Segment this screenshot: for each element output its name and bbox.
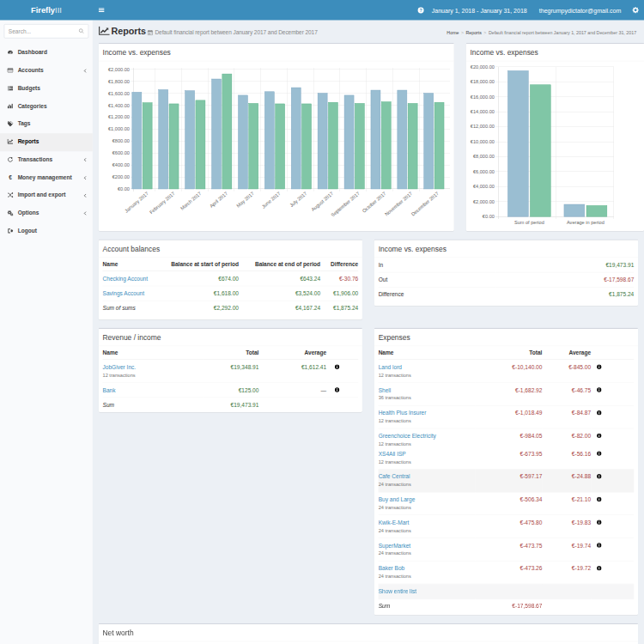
svg-text:€: € — [9, 174, 12, 180]
svg-text:€1,600.00: €1,600.00 — [108, 91, 130, 96]
svg-text:April 2017: April 2017 — [209, 191, 228, 209]
svg-text:€1,200.00: €1,200.00 — [108, 114, 130, 119]
svg-text:€1,800.00: €1,800.00 — [108, 79, 130, 84]
svg-text:?: ? — [419, 8, 422, 13]
svg-text:€0.00: €0.00 — [483, 214, 495, 219]
svg-text:August 2017: August 2017 — [310, 191, 334, 212]
svg-text:December 2017: December 2017 — [410, 191, 440, 216]
svg-text:June 2017: June 2017 — [261, 191, 282, 209]
svg-text:March 2017: March 2017 — [179, 191, 203, 211]
svg-text:€800.00: €800.00 — [112, 138, 130, 143]
svg-text:May 2017: May 2017 — [235, 191, 255, 208]
svg-text:€6,000.00: €6,000.00 — [473, 169, 495, 174]
svg-text:Average in period: Average in period — [567, 220, 605, 225]
svg-text:€8,000.00: €8,000.00 — [473, 154, 495, 159]
svg-text:€14,000.00: €14,000.00 — [471, 109, 495, 114]
svg-text:€16,000.00: €16,000.00 — [471, 94, 495, 100]
svg-text:€12,000.00: €12,000.00 — [471, 124, 495, 129]
svg-text:€0.00: €0.00 — [118, 186, 130, 191]
svg-text:€600.00: €600.00 — [112, 150, 130, 155]
svg-text:July 2017: July 2017 — [289, 191, 307, 208]
svg-text:€1,000.00: €1,000.00 — [108, 126, 130, 131]
svg-text:Sum of period: Sum of period — [514, 220, 544, 225]
svg-text:€200.00: €200.00 — [112, 174, 130, 179]
svg-text:€18,000.00: €18,000.00 — [471, 79, 495, 84]
svg-text:€400.00: €400.00 — [112, 162, 130, 167]
svg-text:January 2017: January 2017 — [124, 191, 149, 213]
svg-text:€20,000.00: €20,000.00 — [471, 65, 495, 70]
svg-text:€2,000.00: €2,000.00 — [473, 199, 495, 204]
svg-text:€10,000.00: €10,000.00 — [471, 139, 495, 144]
svg-text:September 2017: September 2017 — [330, 191, 361, 217]
svg-text:€2,000.00: €2,000.00 — [108, 67, 130, 72]
svg-text:February 2017: February 2017 — [149, 191, 176, 215]
svg-text:November 2017: November 2017 — [384, 191, 413, 216]
svg-text:€4,000.00: €4,000.00 — [473, 184, 495, 189]
svg-text:€1,400.00: €1,400.00 — [108, 103, 130, 108]
svg-text:October 2017: October 2017 — [361, 191, 387, 213]
